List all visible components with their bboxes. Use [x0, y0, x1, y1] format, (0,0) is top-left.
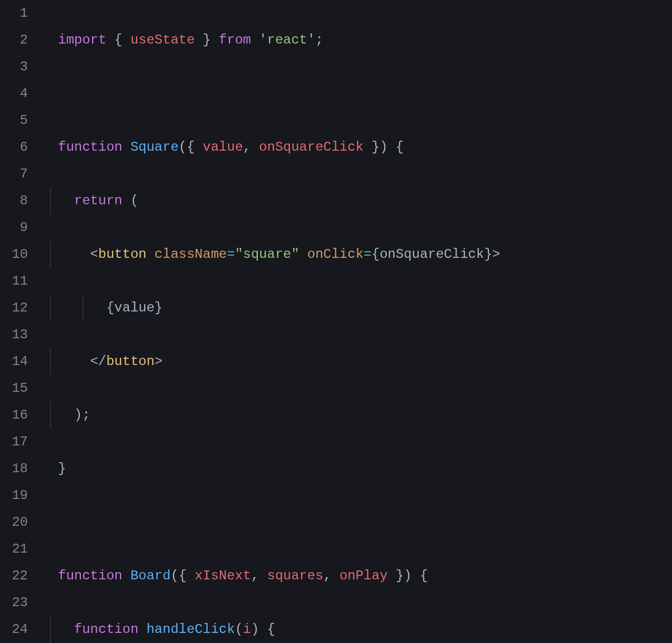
line-number: 23 [0, 589, 28, 616]
line-number: 17 [0, 429, 28, 455]
line-number-gutter: 1 2 3 4 5 6 7 8 9 10 11 12 13 14 15 16 1… [0, 0, 36, 643]
code-line[interactable]: function handleClick(i) { [58, 616, 672, 643]
code-line[interactable]: ); [58, 402, 672, 429]
code-line[interactable]: function Board({ xIsNext, squares, onPla… [58, 563, 672, 589]
line-number: 1 [0, 0, 28, 27]
code-line[interactable]: </button> [58, 348, 672, 375]
line-number: 7 [0, 161, 28, 188]
line-number: 24 [0, 616, 28, 643]
code-line[interactable]: import { useState } from 'react'; [58, 27, 672, 54]
code-line[interactable] [58, 509, 672, 536]
code-line[interactable] [58, 80, 672, 107]
code-line[interactable]: function Square({ value, onSquareClick }… [58, 134, 672, 161]
line-number: 20 [0, 509, 28, 536]
line-number: 9 [0, 214, 28, 241]
line-number: 18 [0, 455, 28, 482]
line-number: 12 [0, 295, 28, 322]
line-number: 15 [0, 375, 28, 402]
code-line[interactable]: } [58, 455, 672, 482]
line-number: 3 [0, 54, 28, 80]
code-editor[interactable]: 1 2 3 4 5 6 7 8 9 10 11 12 13 14 15 16 1… [0, 0, 672, 643]
code-line[interactable]: <button className="square" onClick={onSq… [58, 241, 672, 268]
line-number: 16 [0, 402, 28, 429]
line-number: 10 [0, 241, 28, 268]
line-number: 22 [0, 563, 28, 589]
code-content[interactable]: import { useState } from 'react'; functi… [36, 0, 672, 643]
line-number: 11 [0, 268, 28, 295]
code-line[interactable]: {value} [58, 295, 672, 322]
line-number: 21 [0, 536, 28, 563]
line-number: 6 [0, 134, 28, 161]
line-number: 8 [0, 188, 28, 214]
line-number: 5 [0, 107, 28, 134]
line-number: 2 [0, 27, 28, 54]
line-number: 13 [0, 322, 28, 348]
code-line[interactable]: return ( [58, 188, 672, 214]
line-number: 14 [0, 348, 28, 375]
line-number: 19 [0, 482, 28, 509]
line-number: 4 [0, 80, 28, 107]
